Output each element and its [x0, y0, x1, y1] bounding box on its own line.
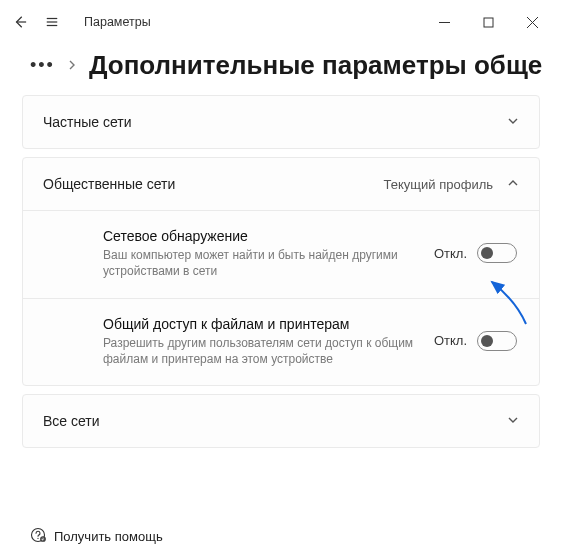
section-public-networks: Общественные сети Текущий профиль Сетево…: [22, 157, 540, 386]
chevron-down-icon: [507, 413, 519, 429]
breadcrumb-overflow[interactable]: •••: [30, 55, 55, 76]
close-icon: [527, 17, 538, 28]
get-help-link[interactable]: Получить помощь: [30, 527, 163, 546]
breadcrumb-chevron-icon: [67, 59, 77, 73]
section-header-all[interactable]: Все сети: [23, 395, 539, 447]
section-title: Общественные сети: [43, 176, 175, 192]
current-profile-badge: Текущий профиль: [384, 177, 493, 192]
chevron-up-icon: [507, 176, 519, 192]
setting-file-printer-sharing: Общий доступ к файлам и принтерам Разреш…: [23, 298, 539, 386]
toggle-state-label: Откл.: [434, 246, 467, 261]
maximize-button[interactable]: [466, 7, 510, 37]
section-title: Частные сети: [43, 114, 132, 130]
app-title: Параметры: [84, 15, 151, 29]
close-button[interactable]: [510, 7, 554, 37]
svg-rect-4: [484, 18, 493, 27]
setting-description: Разрешить другим пользователям сети дост…: [103, 335, 418, 367]
chevron-down-icon: [507, 114, 519, 130]
toggle-state-label: Откл.: [434, 333, 467, 348]
minimize-icon: [439, 17, 450, 28]
setting-title: Сетевое обнаружение: [103, 227, 418, 245]
section-header-private[interactable]: Частные сети: [23, 96, 539, 148]
help-icon: [30, 527, 46, 546]
hamburger-icon: [45, 15, 59, 29]
setting-title: Общий доступ к файлам и принтерам: [103, 315, 418, 333]
section-title: Все сети: [43, 413, 100, 429]
toggle-network-discovery[interactable]: [477, 243, 517, 263]
page-title: Дополнительные параметры обще: [89, 50, 542, 81]
toggle-file-printer-sharing[interactable]: [477, 331, 517, 351]
maximize-icon: [483, 17, 494, 28]
back-arrow-icon: [13, 15, 27, 29]
nav-menu-button[interactable]: [40, 10, 64, 34]
section-all-networks: Все сети: [22, 394, 540, 448]
section-header-public[interactable]: Общественные сети Текущий профиль: [23, 158, 539, 210]
setting-network-discovery: Сетевое обнаружение Ваш компьютер может …: [23, 210, 539, 298]
svg-point-8: [37, 538, 38, 539]
setting-description: Ваш компьютер может найти и быть найден …: [103, 247, 418, 279]
minimize-button[interactable]: [422, 7, 466, 37]
back-button[interactable]: [8, 10, 32, 34]
help-label: Получить помощь: [54, 529, 163, 544]
section-private-networks: Частные сети: [22, 95, 540, 149]
